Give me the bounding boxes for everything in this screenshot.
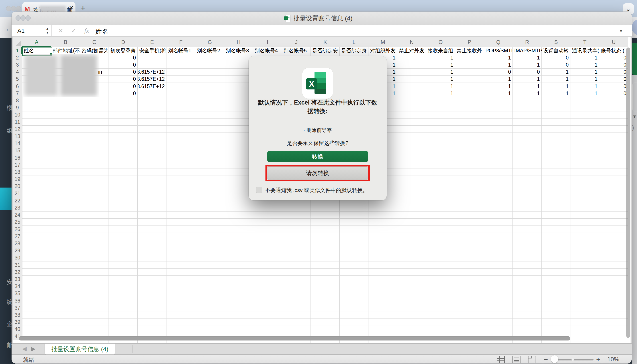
row-header-16[interactable]: 16	[13, 154, 22, 162]
cell-E5[interactable]: 8.6157E+12	[138, 76, 166, 83]
cell-R1[interactable]: IMAP/SMTP	[513, 47, 542, 54]
zoom-out-icon[interactable]: −	[544, 356, 548, 364]
cell-C1[interactable]: 密码(如需为	[80, 47, 109, 54]
row-header-31[interactable]: 31	[13, 262, 22, 269]
cell-Q4[interactable]: 0	[484, 68, 513, 76]
cell-I1[interactable]: 别名帐号4	[253, 47, 282, 54]
enter-icon[interactable]: ✓	[71, 27, 76, 34]
cell-Q1[interactable]: POP3/SMTP	[484, 47, 513, 54]
column-header-K[interactable]: K	[311, 37, 340, 47]
cell-G1[interactable]: 别名帐号2	[195, 47, 224, 54]
row-header-32[interactable]: 32	[13, 268, 22, 276]
normal-view-icon[interactable]	[497, 356, 505, 363]
row-header-15[interactable]: 15	[13, 147, 22, 154]
cell-D5[interactable]: 0	[109, 76, 138, 83]
page-break-view-icon[interactable]	[528, 356, 536, 363]
excel-close-button[interactable]	[16, 15, 21, 21]
column-header-N[interactable]: N	[397, 37, 426, 47]
next-sheet-icon[interactable]: ▶	[31, 345, 36, 352]
tab-close-icon[interactable]: ✕	[69, 4, 74, 11]
column-header-J[interactable]: J	[282, 37, 311, 47]
dont-convert-button[interactable]: 请勿转换	[267, 166, 368, 180]
insert-function-icon[interactable]: fx	[84, 27, 89, 34]
row-header-1[interactable]: 1	[13, 47, 22, 54]
browser-zoom-button[interactable]	[16, 6, 21, 11]
cell-Q7[interactable]: 1	[484, 90, 513, 97]
cell-R2[interactable]: 1	[513, 54, 542, 61]
cell-R5[interactable]: 1	[513, 76, 542, 83]
column-header-H[interactable]: H	[224, 37, 253, 47]
formula-bar-expand-icon[interactable]: ▼	[619, 28, 623, 34]
row-header-5[interactable]: 5	[13, 76, 22, 83]
row-header-37[interactable]: 37	[13, 304, 22, 312]
cell-S3[interactable]: 0	[542, 61, 570, 68]
cell-R3[interactable]: 1	[513, 61, 542, 68]
cell-O4[interactable]: 1	[426, 68, 455, 76]
cell-M1[interactable]: 对组织外发	[368, 47, 398, 54]
row-header-28[interactable]: 28	[13, 240, 22, 247]
column-header-U[interactable]: U	[599, 37, 628, 47]
cell-J1[interactable]: 别名帐号5	[282, 47, 311, 54]
cell-T7[interactable]: 1	[570, 90, 599, 97]
cell-T3[interactable]: 1	[570, 61, 599, 68]
cell-O2[interactable]: 1	[426, 54, 455, 61]
cell-K1[interactable]: 是否绑定安	[311, 47, 340, 54]
row-header-2[interactable]: 2	[13, 54, 22, 62]
row-header-6[interactable]: 6	[13, 83, 22, 90]
cell-O5[interactable]: 1	[426, 76, 455, 83]
cell-L1[interactable]: 是否绑定身	[340, 47, 369, 54]
column-header-R[interactable]: R	[513, 37, 542, 47]
cell-D1[interactable]: 初次登录修	[109, 47, 138, 54]
row-header-39[interactable]: 39	[13, 319, 22, 326]
cell-U1[interactable]: 账号状态 (	[599, 47, 628, 54]
cell-U4[interactable]: 0	[599, 68, 628, 76]
convert-button[interactable]: 转换	[267, 151, 368, 162]
row-header-36[interactable]: 36	[13, 297, 22, 304]
zoom-in-icon[interactable]: +	[596, 356, 600, 364]
cell-U5[interactable]: 0	[599, 76, 628, 83]
cell-S6[interactable]: 1	[542, 83, 570, 90]
browser-minimize-button[interactable]	[11, 6, 16, 11]
row-header-17[interactable]: 17	[13, 161, 22, 169]
cell-D3[interactable]: 0	[109, 61, 138, 68]
cell-Q3[interactable]: 1	[484, 61, 513, 68]
zoom-slider-knob[interactable]	[551, 355, 558, 363]
row-header-7[interactable]: 7	[13, 90, 22, 97]
column-header-C[interactable]: C	[80, 37, 109, 47]
row-header-21[interactable]: 21	[13, 190, 22, 197]
cell-T4[interactable]: 1	[570, 68, 599, 76]
cell-E1[interactable]: 安全手机(将	[138, 47, 167, 54]
sheet-tab-active[interactable]: 批量设置账号信息 (4)	[45, 344, 115, 355]
row-header-14[interactable]: 14	[13, 140, 22, 148]
row-header-34[interactable]: 34	[13, 283, 22, 290]
cell-R6[interactable]: 1	[513, 83, 542, 90]
column-header-M[interactable]: M	[368, 37, 398, 47]
cell-S4[interactable]: 1	[542, 68, 570, 76]
cell-Q5[interactable]: 1	[484, 76, 513, 83]
row-header-23[interactable]: 23	[13, 204, 22, 212]
column-header-A[interactable]: A	[22, 37, 51, 47]
page-layout-view-icon[interactable]	[512, 356, 520, 363]
excel-minimize-button[interactable]	[20, 15, 26, 21]
cell-T5[interactable]: 1	[570, 76, 599, 83]
row-header-26[interactable]: 26	[13, 226, 22, 233]
sidebar-highlighted-item[interactable]	[0, 188, 13, 210]
cell-T2[interactable]: 1	[570, 54, 599, 61]
prev-sheet-icon[interactable]: ◀	[22, 345, 27, 352]
column-header-L[interactable]: L	[340, 37, 369, 47]
cell-Q2[interactable]: 1	[484, 54, 513, 61]
column-header-B[interactable]: B	[51, 37, 80, 47]
row-header-22[interactable]: 22	[13, 197, 22, 204]
row-header-33[interactable]: 33	[13, 276, 22, 283]
cell-R4[interactable]: 0	[513, 68, 542, 76]
row-header-35[interactable]: 35	[13, 290, 22, 298]
back-icon[interactable]: ←	[5, 24, 12, 33]
column-header-Q[interactable]: Q	[484, 37, 513, 47]
cell-F1[interactable]: 别名帐号1	[166, 47, 196, 54]
row-header-25[interactable]: 25	[13, 218, 22, 226]
column-header-I[interactable]: I	[253, 37, 282, 47]
column-header-P[interactable]: P	[455, 37, 484, 47]
row-header-9[interactable]: 9	[13, 104, 22, 112]
row-header-27[interactable]: 27	[13, 233, 22, 240]
row-header-11[interactable]: 11	[13, 118, 22, 126]
